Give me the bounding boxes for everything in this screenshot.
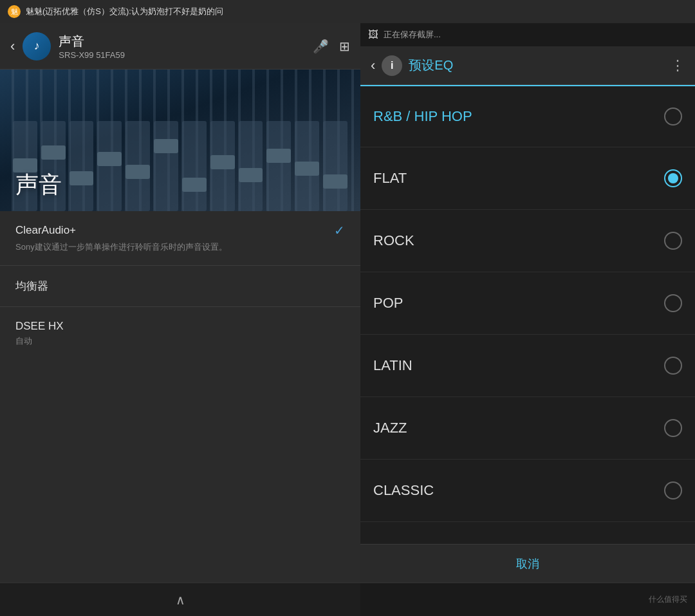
- main-content: ‹ ♪ 声音 SRS-X99 51FA59 🎤 ⊞: [0, 23, 695, 616]
- radio-rock[interactable]: [664, 232, 682, 250]
- slider-track-7: [182, 121, 207, 211]
- checkbox-icon: ✓: [334, 223, 345, 238]
- right-back-button[interactable]: ‹: [371, 57, 375, 74]
- app-icon-label: ♪: [34, 39, 40, 53]
- cancel-text: 取消: [516, 556, 539, 572]
- header-actions: 🎤 ⊞: [313, 39, 350, 54]
- cancel-button-area[interactable]: 取消: [360, 544, 695, 583]
- dsee-item[interactable]: DSEE HX 自动: [0, 307, 360, 360]
- eq-list: R&B / HIP HOP FLAT ROCK POP: [360, 85, 695, 544]
- eq-item-classic[interactable]: CLASSIC: [360, 460, 695, 522]
- home-button[interactable]: ∧: [176, 592, 185, 608]
- bottom-watermark-bar: 什么值得买: [360, 583, 695, 616]
- slider-track-12: [323, 121, 348, 211]
- left-header: ‹ ♪ 声音 SRS-X99 51FA59 🎤 ⊞: [0, 23, 360, 70]
- hero-title: 声音: [15, 169, 62, 201]
- slider-track-8: [210, 121, 235, 211]
- info-icon: i: [382, 55, 402, 76]
- app-icon: ♪: [23, 32, 51, 61]
- eq-item-rnb[interactable]: R&B / HIP HOP: [360, 85, 695, 147]
- dsee-title: DSEE HX: [15, 320, 345, 333]
- eq-item-label-rock: ROCK: [373, 232, 414, 249]
- slider-track-3: [70, 121, 94, 211]
- right-panel: 🖼 正在保存截屏... ‹ i 预设EQ ⋮ R&B / HIP HOP FLA…: [360, 23, 695, 616]
- eq-item-label-flat: FLAT: [373, 170, 407, 187]
- radio-inner-flat: [668, 173, 678, 183]
- eq-item-label-classic: CLASSIC: [373, 482, 434, 499]
- eq-item-label-latin: LATIN: [373, 357, 412, 374]
- radio-latin[interactable]: [664, 357, 682, 375]
- eq-item-custom[interactable]: CUSTOM: [360, 522, 695, 544]
- slider-track-4: [97, 121, 122, 211]
- slider-track-11: [295, 121, 319, 211]
- menu-dots-icon[interactable]: ⋮: [671, 57, 685, 74]
- equalizer-item[interactable]: 均衡器: [0, 266, 360, 307]
- dsee-value: 自动: [15, 335, 345, 347]
- clear-audio-title: ClearAudio+: [15, 224, 76, 237]
- header-title: 声音: [59, 33, 305, 50]
- left-panel: ‹ ♪ 声音 SRS-X99 51FA59 🎤 ⊞: [0, 23, 360, 616]
- eq-item-label-rnb: R&B / HIP HOP: [373, 108, 472, 125]
- radio-rnb[interactable]: [664, 107, 682, 126]
- settings-list: ClearAudio+ ✓ Sony建议通过一步简单操作进行聆听音乐时的声音设置…: [0, 211, 360, 583]
- eq-item-latin[interactable]: LATIN: [360, 335, 695, 397]
- eq-item-label-pop: POP: [373, 295, 403, 312]
- right-status-bar: 🖼 正在保存截屏...: [360, 23, 695, 46]
- screenshot-icon: 🖼: [368, 29, 378, 41]
- radio-flat[interactable]: [664, 169, 682, 187]
- grid-icon[interactable]: ⊞: [339, 39, 350, 54]
- radio-jazz[interactable]: [664, 419, 682, 437]
- back-button[interactable]: ‹: [10, 38, 15, 55]
- notification-text: 魅魅(迈拓优雅（仿S）交流):认为奶泡打不好是奶的问: [26, 6, 687, 17]
- bottom-bar: ∧: [0, 583, 360, 616]
- eq-item-flat[interactable]: FLAT: [360, 147, 695, 210]
- right-panel-title: 预设EQ: [409, 57, 664, 74]
- header-title-block: 声音 SRS-X99 51FA59: [59, 33, 305, 60]
- watermark-text: 什么值得买: [649, 594, 687, 605]
- eq-item-pop[interactable]: POP: [360, 272, 695, 335]
- radio-pop[interactable]: [664, 294, 682, 312]
- eq-item-label-jazz: JAZZ: [373, 420, 407, 436]
- equalizer-title: 均衡器: [15, 280, 48, 292]
- status-bar: 魅 魅魅(迈拓优雅（仿S）交流):认为奶泡打不好是奶的问: [0, 0, 695, 23]
- slider-track-5: [125, 121, 150, 211]
- slider-track-6: [154, 121, 178, 211]
- clear-audio-header: ClearAudio+ ✓: [15, 223, 345, 238]
- radio-classic[interactable]: [664, 481, 682, 499]
- clear-audio-desc: Sony建议通过一步简单操作进行聆听音乐时的声音设置。: [15, 241, 260, 254]
- eq-item-rock[interactable]: ROCK: [360, 210, 695, 272]
- clear-audio-item[interactable]: ClearAudio+ ✓ Sony建议通过一步简单操作进行聆听音乐时的声音设置…: [0, 211, 360, 266]
- mic-icon[interactable]: 🎤: [313, 39, 329, 54]
- info-label: i: [391, 60, 393, 71]
- eq-item-jazz[interactable]: JAZZ: [360, 397, 695, 460]
- notification-icon: 魅: [8, 5, 21, 18]
- saving-text: 正在保存截屏...: [384, 29, 441, 41]
- hero-image: 声音: [0, 70, 360, 211]
- right-header: ‹ i 预设EQ ⋮: [360, 46, 695, 85]
- slider-track-10: [266, 121, 291, 211]
- header-subtitle: SRS-X99 51FA59: [59, 50, 305, 60]
- slider-track-9: [239, 121, 263, 211]
